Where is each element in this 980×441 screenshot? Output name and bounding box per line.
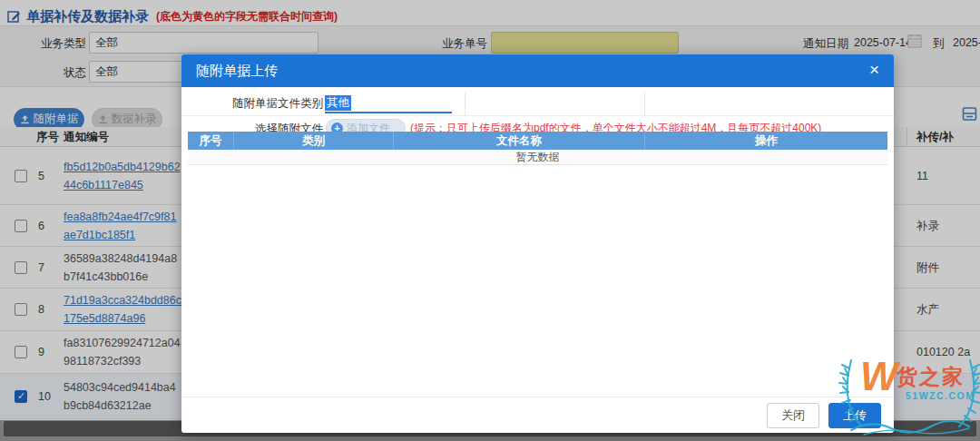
category-input[interactable]: 其他 [325, 93, 452, 113]
modal-close-button[interactable]: 关闭 [767, 403, 819, 428]
modal-header: 随附单据上传 × [181, 54, 894, 87]
modal-col-seq: 序号 [188, 132, 234, 150]
modal-col-action: 操作 [645, 132, 887, 150]
category-label: 随附单据文件类别 [181, 96, 323, 112]
modal-col-filename: 文件名称 [394, 132, 645, 150]
modal-upload-button[interactable]: 上传 [828, 403, 881, 428]
category-form-row: 随附单据文件类别 其他 [181, 93, 894, 116]
cell-divider [465, 93, 466, 116]
close-icon[interactable]: × [869, 61, 879, 78]
empty-state-text: 暂无数据 [188, 150, 887, 165]
upload-modal: 随附单据上传 × 随附单据文件类别 其他 选择随附文件 + 添加文件 (提示：只… [181, 54, 894, 433]
cell-divider [644, 93, 645, 116]
screen: 单据补传及数据补录 (底色为黄色的字段无需联合时间查询) 业务类型 全部 业务单… [0, 0, 980, 441]
category-selected-text: 其他 [325, 95, 351, 111]
modal-col-category: 类别 [234, 132, 394, 150]
modal-title: 随附单据上传 [196, 63, 278, 80]
modal-table-header: 序号 类别 文件名称 操作 [188, 132, 887, 150]
modal-file-table: 序号 类别 文件名称 操作 暂无数据 [188, 132, 887, 165]
modal-footer: 关闭 上传 [181, 397, 894, 433]
